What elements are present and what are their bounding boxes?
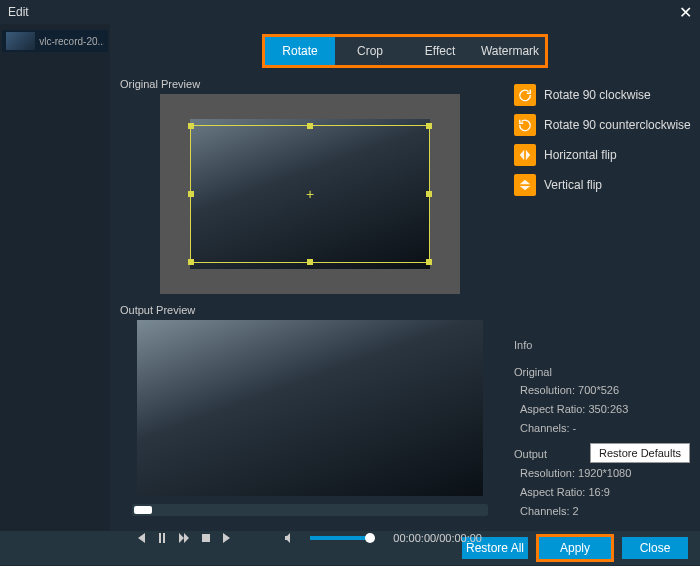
clip-item[interactable]: vlc-record-20... xyxy=(2,30,108,52)
option-label: Rotate 90 counterclockwise xyxy=(544,118,691,132)
window-title: Edit xyxy=(8,5,29,19)
prev-button[interactable] xyxy=(132,530,148,546)
edit-tabs: Rotate Crop Effect Watermark xyxy=(262,34,548,68)
volume-icon[interactable] xyxy=(282,530,298,546)
crop-handle[interactable] xyxy=(188,123,194,129)
clip-name: vlc-record-20... xyxy=(39,36,104,47)
crop-handle[interactable] xyxy=(426,191,432,197)
crop-handle[interactable] xyxy=(188,259,194,265)
info-value: 350:263 xyxy=(588,403,628,415)
flip-horizontal-icon xyxy=(514,144,536,166)
option-flip-horizontal[interactable]: Horizontal flip xyxy=(514,144,692,166)
original-preview[interactable]: + xyxy=(160,94,460,294)
option-label: Rotate 90 clockwise xyxy=(544,88,651,102)
info-label: Resolution: xyxy=(520,384,575,396)
option-rotate-cw[interactable]: Rotate 90 clockwise xyxy=(514,84,692,106)
output-preview-label: Output Preview xyxy=(120,304,500,316)
tab-watermark[interactable]: Watermark xyxy=(475,37,545,65)
crop-handle[interactable] xyxy=(426,259,432,265)
crop-handle[interactable] xyxy=(307,259,313,265)
crop-handle[interactable] xyxy=(307,123,313,129)
option-rotate-ccw[interactable]: Rotate 90 counterclockwise xyxy=(514,114,692,136)
volume-slider[interactable] xyxy=(310,536,370,540)
info-heading: Info xyxy=(514,336,692,355)
progress-thumb[interactable] xyxy=(134,506,152,514)
rotate-cw-icon xyxy=(514,84,536,106)
restore-defaults-button[interactable]: Restore Defaults xyxy=(590,443,690,463)
info-label: Channels: xyxy=(520,422,570,434)
pause-button[interactable] xyxy=(154,530,170,546)
clip-thumbnail xyxy=(6,32,35,50)
fast-forward-button[interactable] xyxy=(176,530,192,546)
close-icon[interactable]: ✕ xyxy=(679,3,692,22)
info-value: 16:9 xyxy=(588,486,609,498)
crop-frame[interactable]: + xyxy=(190,125,430,263)
info-label: Aspect Ratio: xyxy=(520,486,585,498)
clip-sidebar: vlc-record-20... xyxy=(0,24,110,531)
rotate-ccw-icon xyxy=(514,114,536,136)
info-value: 1920*1080 xyxy=(578,467,631,479)
info-label: Channels: xyxy=(520,505,570,517)
info-panel: Info Original Resolution: 700*526 Aspect… xyxy=(514,336,692,520)
crop-handle[interactable] xyxy=(188,191,194,197)
crop-handle[interactable] xyxy=(426,123,432,129)
timecode: 00:00:00/00:00:00 xyxy=(393,532,488,544)
info-original-label: Original xyxy=(514,363,692,382)
output-preview xyxy=(137,320,483,496)
tab-effect[interactable]: Effect xyxy=(405,37,475,65)
volume-thumb[interactable] xyxy=(365,533,375,543)
option-flip-vertical[interactable]: Vertical flip xyxy=(514,174,692,196)
playback-progress[interactable] xyxy=(132,504,488,516)
info-label: Aspect Ratio: xyxy=(520,403,585,415)
flip-vertical-icon xyxy=(514,174,536,196)
next-button[interactable] xyxy=(220,530,236,546)
tab-rotate[interactable]: Rotate xyxy=(265,37,335,65)
svg-rect-0 xyxy=(202,534,210,542)
info-value: - xyxy=(573,422,577,434)
info-value: 700*526 xyxy=(578,384,619,396)
info-label: Resolution: xyxy=(520,467,575,479)
option-label: Horizontal flip xyxy=(544,148,617,162)
stop-button[interactable] xyxy=(198,530,214,546)
original-preview-label: Original Preview xyxy=(120,78,500,90)
info-value: 2 xyxy=(573,505,579,517)
tab-crop[interactable]: Crop xyxy=(335,37,405,65)
crop-center-icon: + xyxy=(303,187,317,201)
option-label: Vertical flip xyxy=(544,178,602,192)
